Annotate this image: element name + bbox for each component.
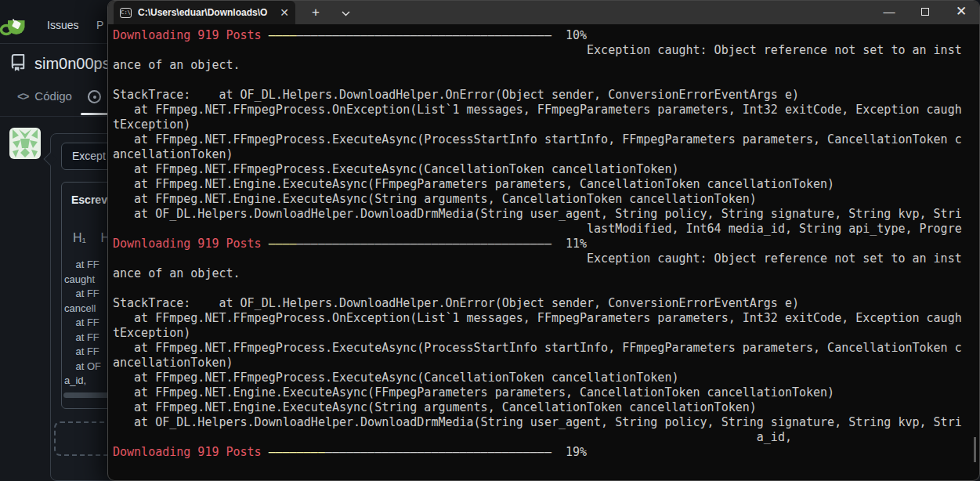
terminal-line: ance of an object. <box>113 58 979 73</box>
terminal-line: at FFmpeg.NET.FFmpegProcess.ExecuteAsync… <box>113 132 979 147</box>
heading1-button[interactable]: H₁ <box>67 228 92 248</box>
terminal-line: at OF_DL.Helpers.DownloadHelper.Download… <box>113 415 979 430</box>
terminal-line: Downloading 919 Posts ––––––––––––––––––… <box>113 28 979 43</box>
terminal-scrollbar[interactable] <box>974 437 976 462</box>
user-avatar[interactable] <box>9 128 41 159</box>
maximize-button[interactable] <box>907 1 943 24</box>
terminal-line: Exception caught: Object reference not s… <box>113 251 979 266</box>
terminal-line: at OF_DL.Helpers.DownloadHelper.Download… <box>113 207 979 222</box>
tab-code-label: Código <box>34 89 72 103</box>
gitea-logo-icon[interactable] <box>0 16 28 45</box>
terminal-titlebar[interactable]: C:\ C:\Users\eduar\Downloads\O ✕ + — ✕ <box>108 1 979 24</box>
terminal-output[interactable]: Downloading 919 Posts ––––––––––––––––––… <box>113 28 979 480</box>
terminal-line: at FFmpeg.NET.Engine.ExecuteAsync(FFmpeg… <box>113 177 979 192</box>
terminal-line: StackTrace: at OF_DL.Helpers.DownloadHel… <box>113 88 979 103</box>
cmd-icon: C:\ <box>120 8 132 18</box>
nav-item-issues[interactable]: Issues <box>47 19 78 31</box>
terminal-line: ancellationToken) <box>113 147 979 162</box>
terminal-line: at FFmpeg.NET.FFmpegProcess.ExecuteAsync… <box>113 341 979 356</box>
tab-code[interactable]: <>Código <box>17 89 72 103</box>
terminal-tab[interactable]: C:\ C:\Users\eduar\Downloads\O ✕ <box>114 1 295 24</box>
terminal-line: a_id, <box>113 430 979 445</box>
terminal-line: at FFmpeg.NET.FFmpegProcess.OnException(… <box>113 103 979 118</box>
terminal-window: C:\ C:\Users\eduar\Downloads\O ✕ + — ✕ D… <box>107 0 980 481</box>
terminal-line: at FFmpeg.NET.FFmpegProcess.ExecuteAsync… <box>113 162 979 177</box>
terminal-line: StackTrace: at OF_DL.Helpers.DownloadHel… <box>113 296 979 311</box>
repo-name[interactable]: sim0n00ps / <box>34 55 119 73</box>
repo-book-icon <box>9 54 27 74</box>
terminal-line: at FFmpeg.NET.Engine.ExecuteAsync(String… <box>113 192 979 207</box>
terminal-line: at FFmpeg.NET.FFmpegProcess.ExecuteAsync… <box>113 371 979 385</box>
close-button[interactable]: ✕ <box>943 1 979 24</box>
tab-dropdown-button[interactable] <box>332 1 359 24</box>
nav-item-pulls[interactable]: P <box>96 19 103 31</box>
tab-issues-icon[interactable] <box>88 90 101 103</box>
maximize-icon <box>921 8 929 16</box>
terminal-line: Downloading 919 Posts ––––––––––––––––––… <box>113 237 979 251</box>
card-arrow <box>44 153 57 166</box>
terminal-line: at FFmpeg.NET.FFmpegProcess.OnException(… <box>113 311 979 326</box>
minimize-button[interactable]: — <box>871 1 907 24</box>
terminal-line: tException) <box>113 326 979 341</box>
terminal-line: at FFmpeg.NET.Engine.ExecuteAsync(String… <box>113 400 979 415</box>
terminal-line: Downloading 919 Posts ––––––––––––––––––… <box>113 445 979 460</box>
terminal-line: ance of an object. <box>113 266 979 281</box>
terminal-line <box>113 73 979 88</box>
terminal-line: Exception caught: Object reference not s… <box>113 43 979 58</box>
terminal-tab-title: C:\Users\eduar\Downloads\O <box>138 7 275 18</box>
terminal-line <box>113 281 979 296</box>
new-tab-button[interactable]: + <box>302 1 329 24</box>
terminal-line: ancellationToken) <box>113 356 979 371</box>
terminal-line: at FFmpeg.NET.Engine.ExecuteAsync(FFmpeg… <box>113 385 979 400</box>
tab-close-icon[interactable]: ✕ <box>280 7 289 18</box>
code-brackets-icon: <> <box>17 90 28 103</box>
terminal-line: tException) <box>113 118 979 132</box>
terminal-line: lastModified, Int64 media_id, String api… <box>113 222 979 237</box>
